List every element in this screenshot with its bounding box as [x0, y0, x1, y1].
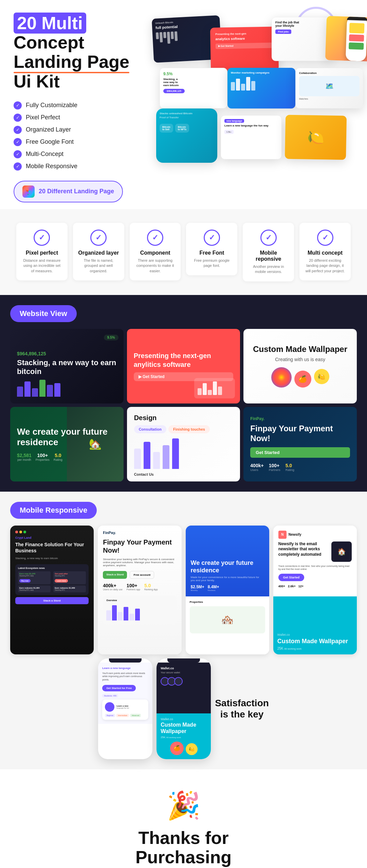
preview-map-card: Collaboration 🗺️ Matches	[295, 68, 363, 108]
feature-mobile-responsive: ✓ Mobile reponsive Another preview in mo…	[243, 223, 294, 281]
phone-mockups-row: Learn a new language You'll earn points …	[10, 658, 357, 759]
check-icon-2: ✓	[14, 114, 22, 122]
thanks-title: Thanks for Purchasing	[135, 828, 232, 867]
mob-newsify-card: N Newsify Newsify is the email newslette…	[273, 526, 357, 654]
preview-stacking-card: 9.5% Stacking, a new way to earn bitcoin…	[160, 68, 227, 108]
website-grid: 9.5% $964,896,125 Stacking, a new way to…	[10, 329, 357, 481]
feature-multi-concept: ✓ Multi concept 20 different exciting la…	[299, 223, 351, 280]
analytics-title: Presenting the next-gen anylitics softwa…	[134, 351, 234, 369]
mob-finpay-card: FinPay. Finpay Your Payment Now! Streaml…	[98, 526, 181, 654]
feature-item-4: ✓ Free Google Font	[14, 138, 143, 146]
wg-wallpaper-card: Custom Made Wallpaper Creating with us i…	[243, 329, 357, 403]
wg-residence-card: 🏡 We create your future residence $2,581…	[10, 407, 124, 481]
mobile-label: Mobile Responsive	[10, 502, 97, 519]
finpay-title: Finpay Your Payment Now!	[250, 424, 350, 443]
thanks-section: 🎉 Thanks for Purchasing	[0, 769, 367, 868]
feature-pixel-perfect: ✓ Pixel perfect Distance and measure usi…	[16, 223, 68, 280]
preview-fruit-card: 🍋	[285, 115, 347, 160]
preview-phone-card	[325, 16, 367, 62]
feature-free-font: ✓ Free Font Free premium google page fon…	[186, 223, 237, 275]
feature-organized-layer: ✓ Organized layer The file is named, gro…	[73, 223, 124, 280]
residence-title: We create your future residence	[17, 427, 117, 448]
wg-analytics-card: Presenting the next-gen anylitics softwa…	[127, 329, 240, 403]
preview-job-card: Find the job that your lifestyle Find jo…	[272, 17, 333, 61]
feature-check-icon-3: ✓	[147, 230, 163, 246]
hero-title-highlight: 20 Multi	[14, 13, 86, 34]
check-icon-3: ✓	[14, 126, 22, 134]
thanks-emoji: 🎉	[167, 790, 201, 822]
hero-section: 20 Multi Concept Landing Page Ui Kit ✓ F…	[0, 0, 367, 209]
feature-check-icon-1: ✓	[34, 230, 50, 246]
preview-monitor-card: Monitor marketing campaigns	[227, 68, 295, 108]
phone-language: Learn a new language You'll earn points …	[98, 658, 152, 759]
thanks-for-highlight: for	[205, 828, 228, 848]
features-row-section: ✓ Pixel perfect Distance and measure usi…	[0, 209, 367, 295]
website-view-section: Website View 9.5% $964,896,125 Stacking,…	[0, 295, 367, 492]
hero-title-underline: Landing Page	[14, 52, 129, 72]
wallpaper-title: Custom Made Wallpaper	[253, 344, 347, 354]
wg-finpay-card: FinPay. Finpay Your Payment Now! Get Sta…	[243, 407, 357, 481]
phone-wallet: Wallet.co Your secure wallet Wallet.co C…	[157, 658, 211, 759]
mob-cryptland-card: Crypt Land The Finance Solution For Your…	[10, 526, 94, 654]
preview-analytics-card: Presenting the next-gen analytics softwa…	[210, 26, 279, 72]
feature-item-2: ✓ Pixel Perfect	[14, 114, 143, 122]
website-view-label: Website View	[10, 305, 77, 322]
figma-icon	[22, 185, 35, 198]
feature-item-3: ✓ Organized Layer	[14, 126, 143, 134]
finpay-btn[interactable]: Get Started	[250, 447, 350, 458]
preview-nft-card: Stacks unleashed Bitcoin Proof of Transf…	[156, 108, 217, 163]
mobile-grid: Crypt Land The Finance Solution For Your…	[10, 526, 357, 654]
bitcoin-stat: 9.5%	[104, 334, 118, 340]
feature-item-5: ✓ Multi-Concept	[14, 150, 143, 158]
preview-language-card: new language Learn a new language the fu…	[221, 115, 282, 159]
bitcoin-title: Stacking, a new way to earn bitcoin	[17, 358, 117, 376]
wg-design-card: Design Consultation Finishing touches Co…	[127, 407, 240, 481]
hero-features-list: ✓ Fully Customizable ✓ Pixel Perfect ✓ O…	[14, 101, 143, 171]
wg-bitcoin-card: 9.5% $964,896,125 Stacking, a new way to…	[10, 329, 124, 403]
mobile-section: Mobile Responsive Crypt Land The Finance…	[0, 492, 367, 769]
hero-title: 20 Multi Concept Landing Page Ui Kit	[14, 14, 143, 91]
bitcoin-amount: $964,896,125	[17, 351, 117, 356]
check-icon-1: ✓	[14, 101, 22, 110]
feature-item-1: ✓ Fully Customizable	[14, 101, 143, 110]
feature-check-icon-4: ✓	[204, 230, 220, 246]
mob-homestead-card: We create your future residence Made for…	[186, 526, 269, 654]
wallpaper-subtitle: Creating with us is easy	[253, 357, 347, 362]
check-icon-6: ✓	[14, 162, 22, 171]
hero-left: 20 Multi Concept Landing Page Ui Kit ✓ F…	[14, 14, 143, 202]
feature-check-icon-5: ✓	[260, 230, 277, 246]
hero-preview-mosaic: Unleash Bitcoin full potential Presentin…	[153, 14, 353, 183]
feature-component: ✓ Component There are supporting compone…	[130, 223, 181, 280]
feature-check-icon-6: ✓	[317, 230, 333, 246]
feature-check-icon-2: ✓	[90, 230, 107, 246]
check-icon-4: ✓	[14, 138, 22, 146]
check-icon-5: ✓	[14, 150, 22, 158]
feature-item-6: ✓ Mobile Responsive	[14, 162, 143, 171]
satisfaction-text: Satisfactionis the key	[215, 658, 269, 759]
figma-badge[interactable]: 20 Different Landing Page	[14, 181, 123, 202]
